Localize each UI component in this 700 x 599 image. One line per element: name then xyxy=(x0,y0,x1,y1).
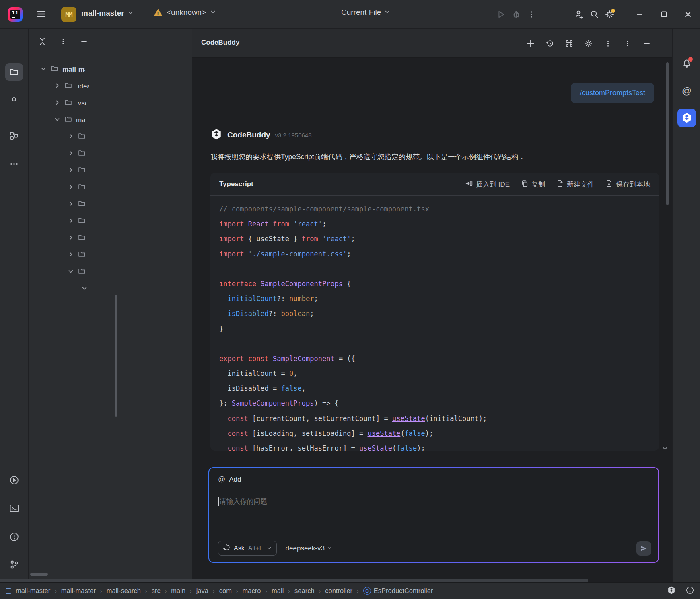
code-line: initialCount = 0, xyxy=(219,366,650,381)
breadcrumb-item[interactable]: src xyxy=(152,587,161,595)
maximize-button[interactable] xyxy=(652,0,676,29)
project-badge[interactable]: MM xyxy=(61,7,76,22)
horizontal-scrollbar-track[interactable] xyxy=(0,579,588,582)
codebuddy-tool-icon[interactable] xyxy=(677,109,696,127)
chat-input-box[interactable]: @ Add 请输入你的问题 Ask Alt+L xyxy=(208,467,659,563)
new-file-button[interactable]: 新建文件 xyxy=(556,180,594,189)
code-line: import React from 'react'; xyxy=(219,217,650,232)
run-tool-icon[interactable] xyxy=(5,471,23,489)
tree-row[interactable] xyxy=(29,281,192,297)
chevron-right-icon[interactable] xyxy=(68,251,74,260)
panel-more-icon[interactable] xyxy=(601,37,615,50)
run-button[interactable] xyxy=(493,7,509,22)
commands-icon[interactable] xyxy=(562,37,576,50)
chat-input[interactable]: 请输入你的问题 xyxy=(218,497,268,506)
run-config-selector[interactable]: ! <unknown> xyxy=(154,8,216,17)
debug-button[interactable] xyxy=(509,7,524,22)
insert-ide-button[interactable]: 插入到 IDE xyxy=(465,180,510,189)
more-actions-icon[interactable] xyxy=(524,7,539,22)
git-branch-icon[interactable] xyxy=(5,556,23,573)
send-button[interactable] xyxy=(636,541,651,556)
code-block-header: Typescript 插入到 IDE复制新建文件保存到本地 xyxy=(210,173,659,196)
tree-row[interactable] xyxy=(29,179,192,196)
new-chat-icon[interactable] xyxy=(524,37,537,50)
notifications-icon[interactable] xyxy=(677,54,696,72)
breadcrumb-item[interactable]: controller xyxy=(325,587,352,595)
chevron-right-icon[interactable] xyxy=(54,99,60,108)
tree-row[interactable] xyxy=(29,213,192,230)
chevron-down-icon[interactable] xyxy=(81,285,88,293)
terminal-icon[interactable] xyxy=(5,499,23,517)
breadcrumb-item[interactable]: mall-master xyxy=(61,587,96,595)
chevron-down-icon[interactable] xyxy=(54,116,60,125)
chevron-right-icon[interactable] xyxy=(68,167,74,175)
current-file-selector[interactable]: Current File xyxy=(341,8,390,17)
settings-icon[interactable] xyxy=(602,7,617,22)
chevron-right-icon[interactable] xyxy=(54,82,60,91)
tree-item-label: .idea xyxy=(76,82,89,90)
model-selector[interactable]: deepseek-v3 xyxy=(286,544,332,552)
breadcrumb-item[interactable]: mall-search xyxy=(107,587,141,595)
ai-assistant-icon[interactable]: @ xyxy=(677,82,696,100)
breadcrumb-label: mall-search xyxy=(107,587,141,595)
tool-window-options-icon[interactable] xyxy=(620,37,634,50)
breadcrumb-item[interactable]: mall xyxy=(272,587,284,595)
codebuddy-status-icon[interactable] xyxy=(667,586,676,596)
copy-button[interactable]: 复制 xyxy=(521,180,545,189)
project-selector[interactable]: mall-master xyxy=(81,9,134,18)
breadcrumb-item[interactable]: main xyxy=(171,587,185,595)
breadcrumb-item[interactable]: mall-master xyxy=(16,587,50,595)
tree-horizontal-scrollbar[interactable] xyxy=(30,573,48,576)
tree-options-icon[interactable] xyxy=(57,35,69,47)
mode-selector[interactable]: Ask Alt+L xyxy=(218,541,277,556)
scroll-to-bottom-icon[interactable] xyxy=(661,445,669,453)
tree-row[interactable]: mall-master xyxy=(29,61,192,78)
structure-icon[interactable] xyxy=(5,127,23,145)
chevron-right-icon[interactable] xyxy=(68,133,74,142)
event-log-icon[interactable] xyxy=(686,586,694,596)
main-menu-icon[interactable] xyxy=(34,6,49,22)
problems-icon[interactable] xyxy=(5,528,23,546)
panel-settings-icon[interactable] xyxy=(582,37,595,50)
breadcrumb-item[interactable]: CEsProductController xyxy=(363,587,433,595)
code-with-me-icon[interactable] xyxy=(571,7,587,22)
at-icon: @ xyxy=(218,475,225,484)
chevron-right-icon[interactable] xyxy=(68,150,74,158)
statusbar: mall-master›mall-master›mall-search›src›… xyxy=(0,582,700,599)
close-button[interactable] xyxy=(676,0,700,29)
tree-row[interactable] xyxy=(29,196,192,213)
chevron-down-icon[interactable] xyxy=(40,66,47,74)
tree-row[interactable]: .vscode xyxy=(29,95,192,112)
breadcrumb-item[interactable]: search xyxy=(294,587,315,595)
tree-row[interactable] xyxy=(29,129,192,146)
breadcrumb-item[interactable]: java xyxy=(196,587,208,595)
commit-icon[interactable] xyxy=(5,90,23,108)
chevron-right-icon[interactable] xyxy=(68,234,74,243)
hide-tool-window-icon[interactable] xyxy=(640,37,653,50)
project-view-icon[interactable] xyxy=(5,63,23,81)
minimize-button[interactable] xyxy=(628,0,652,29)
save-local-button[interactable]: 保存到本地 xyxy=(605,180,650,189)
search-everywhere-icon[interactable] xyxy=(587,7,602,22)
more-tool-windows-icon[interactable] xyxy=(5,155,23,173)
tree-row[interactable] xyxy=(29,146,192,162)
tree-vertical-scrollbar[interactable] xyxy=(115,295,117,417)
tree-row[interactable] xyxy=(29,162,192,179)
tree-row[interactable] xyxy=(29,230,192,247)
tree-row[interactable]: .idea xyxy=(29,78,192,95)
collapse-all-icon[interactable] xyxy=(36,35,48,47)
chat-scrollbar[interactable] xyxy=(666,62,669,205)
breadcrumb-item[interactable]: com xyxy=(219,587,232,595)
project-tree: mall-master.idea.vscodemall xyxy=(29,61,192,297)
hide-panel-icon[interactable] xyxy=(78,35,90,47)
chevron-right-icon[interactable] xyxy=(68,184,74,192)
chevron-down-icon[interactable] xyxy=(68,268,74,277)
chevron-right-icon[interactable] xyxy=(68,201,74,209)
tree-row[interactable]: mall xyxy=(29,112,192,129)
tree-row[interactable] xyxy=(29,264,192,281)
add-context-button[interactable]: @ Add xyxy=(218,475,241,484)
chevron-right-icon[interactable] xyxy=(68,217,74,226)
breadcrumb-item[interactable]: macro xyxy=(243,587,261,595)
tree-row[interactable] xyxy=(29,247,192,264)
history-icon[interactable] xyxy=(543,37,557,50)
